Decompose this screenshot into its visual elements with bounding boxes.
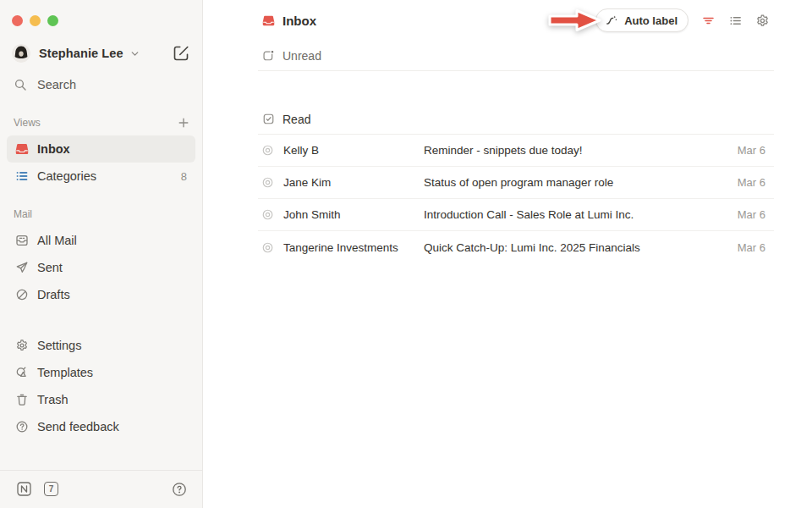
sidebar-item-label: Sent [37, 261, 63, 274]
email-row[interactable]: Tangerine Investments Quick Catch-Up: Lu… [258, 231, 774, 263]
sidebar-item-label: Templates [37, 366, 93, 379]
email-row[interactable]: Jane Kim Status of open program manager … [258, 167, 774, 199]
send-icon [15, 261, 29, 274]
read-status-icon[interactable] [261, 208, 274, 221]
add-view-icon[interactable] [177, 116, 190, 130]
email-sender: Tangerine Investments [283, 241, 424, 254]
sidebar-item-drafts[interactable]: Drafts [7, 281, 195, 308]
inbox-icon [15, 142, 29, 156]
email-sender: Jane Kim [283, 176, 424, 189]
sidebar-item-label: Trash [37, 393, 69, 406]
email-date: Mar 6 [738, 144, 765, 157]
main-panel: Auto label Inbox Unread [204, 0, 812, 508]
views-header-label: Views [14, 117, 41, 129]
sidebar-item-label: Send feedback [37, 420, 119, 433]
sidebar-item-label: Drafts [37, 288, 70, 301]
sidebar-item-categories[interactable]: Categories 8 [7, 163, 195, 190]
mail-header-label: Mail [14, 208, 32, 220]
unread-empty-space [258, 71, 774, 104]
search-icon [14, 78, 27, 91]
templates-icon [15, 366, 29, 379]
sidebar-item-send-feedback[interactable]: Send feedback [7, 413, 195, 440]
email-subject: Status of open program manager role [424, 176, 727, 189]
checkbox-checked-icon [262, 113, 275, 125]
window-zoom-button[interactable] [47, 15, 58, 26]
search-button[interactable]: Search [14, 73, 76, 97]
read-status-icon[interactable] [261, 176, 274, 189]
calendar-day-label: 7 [49, 484, 54, 494]
compose-icon[interactable] [173, 45, 189, 62]
email-subject: Introduction Call - Sales Role at Lumi I… [424, 208, 727, 221]
sidebar-item-sent[interactable]: Sent [7, 254, 195, 281]
email-row[interactable]: Kelly B Reminder - snippets due today! M… [258, 135, 774, 167]
categories-count-badge: 8 [181, 170, 187, 183]
annotation-arrow-icon [546, 5, 605, 36]
email-sender: Kelly B [283, 144, 424, 157]
categories-icon [15, 169, 29, 183]
notion-logo-icon[interactable] [17, 482, 31, 496]
email-subject: Reminder - snippets due today! [424, 144, 727, 157]
page-header: Inbox [258, 0, 774, 41]
read-section-label: Read [283, 113, 310, 126]
email-subject: Quick Catch-Up: Lumi Inc. 2025 Financial… [424, 241, 727, 254]
read-status-icon[interactable] [261, 241, 274, 254]
help-circle-icon [15, 420, 29, 433]
window-minimize-button[interactable] [30, 15, 41, 26]
unread-section-label: Unread [283, 49, 321, 63]
inbox-icon [262, 14, 275, 27]
sidebar-item-inbox[interactable]: Inbox [7, 135, 195, 163]
mail-section-header: Mail [14, 207, 190, 221]
gear-icon [15, 339, 29, 352]
window-controls [12, 15, 58, 26]
account-switcher[interactable]: Stephanie Lee [12, 42, 190, 64]
sidebar-item-templates[interactable]: Templates [7, 359, 195, 386]
user-name: Stephanie Lee [39, 47, 123, 60]
calendar-icon[interactable]: 7 [44, 482, 58, 496]
email-date: Mar 6 [738, 241, 765, 254]
sidebar-item-label: All Mail [37, 234, 77, 247]
sidebar: Stephanie Lee Search Views Inbox Categor… [0, 0, 203, 508]
help-icon[interactable] [172, 482, 187, 497]
sidebar-item-trash[interactable]: Trash [7, 386, 195, 413]
drafts-icon [15, 288, 29, 301]
sidebar-item-label: Categories [37, 169, 96, 183]
read-status-icon[interactable] [261, 144, 274, 157]
email-row[interactable]: John Smith Introduction Call - Sales Rol… [258, 199, 774, 231]
email-sender: John Smith [283, 208, 424, 221]
sidebar-footer-divider [0, 470, 202, 471]
sidebar-item-label: Inbox [37, 142, 70, 156]
search-label: Search [37, 78, 76, 91]
sidebar-item-settings[interactable]: Settings [7, 332, 195, 359]
views-section-header: Views [14, 116, 190, 130]
read-section-header[interactable]: Read [258, 104, 774, 135]
all-mail-icon [15, 234, 29, 247]
email-date: Mar 6 [738, 208, 765, 221]
avatar [12, 44, 30, 63]
unread-section-header[interactable]: Unread [258, 41, 774, 71]
email-list: Inbox Unread Read Kelly B Reminder - sni… [258, 0, 774, 263]
trash-icon [15, 393, 29, 406]
email-date: Mar 6 [738, 176, 765, 189]
window-close-button[interactable] [12, 15, 23, 26]
mark-unread-icon [262, 49, 275, 62]
sidebar-item-label: Settings [37, 339, 81, 352]
sidebar-item-all-mail[interactable]: All Mail [7, 227, 195, 254]
chevron-down-icon [129, 48, 140, 59]
page-title: Inbox [283, 14, 316, 28]
